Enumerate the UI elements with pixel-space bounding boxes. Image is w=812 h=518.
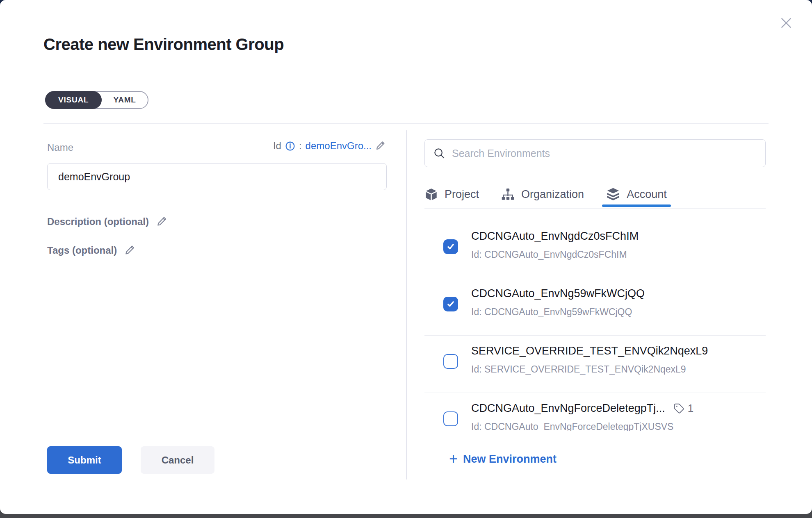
new-environment-label: New Environment [463, 453, 557, 466]
name-input[interactable] [47, 163, 387, 190]
tab-organization[interactable]: Organization [501, 188, 584, 201]
tags-label: Tags (optional) [47, 245, 117, 256]
environment-info: CDCNGAuto_EnvNgForceDeletegpTj... 1 Id: … [471, 402, 693, 431]
info-icon[interactable] [285, 141, 295, 151]
cancel-button[interactable]: Cancel [141, 446, 214, 474]
entity-id-row: Id : demoEnvGro... [47, 140, 387, 152]
environment-info: CDCNGAuto_EnvNg59wFkWCjQQ Id: CDCNGAuto_… [471, 287, 645, 318]
environment-id: Id: CDCNGAuto_EnvNg59wFkWCjQQ [471, 307, 645, 318]
environment-row[interactable]: CDCNGAuto_EnvNgForceDeletegpTj... 1 Id: … [424, 393, 766, 431]
environment-checkbox[interactable] [443, 239, 458, 254]
toggle-yaml[interactable]: YAML [102, 92, 147, 108]
id-separator: : [299, 140, 302, 152]
environment-checkbox[interactable] [443, 354, 458, 369]
tab-label: Account [627, 188, 667, 201]
environment-info: SERVICE_OVERRIDE_TEST_ENVQik2NqexL9 Id: … [471, 345, 708, 375]
cube-icon [424, 188, 438, 201]
id-label: Id [273, 140, 281, 152]
description-row: Description (optional) [47, 216, 169, 228]
tags-row: Tags (optional) [47, 244, 137, 257]
search-environments-box [424, 139, 766, 167]
header-divider [43, 123, 769, 124]
environment-row[interactable]: CDCNGAuto_EnvNg59wFkWCjQQ Id: CDCNGAuto_… [424, 278, 766, 336]
tab-label: Project [445, 188, 479, 201]
environment-id: Id: CDCNGAuto_EnvNgdCz0sFChIM [471, 249, 639, 260]
environment-checkbox[interactable] [443, 411, 458, 426]
layers-icon [606, 187, 620, 201]
tag-icon [673, 403, 684, 414]
environment-row[interactable]: CDCNGAuto_EnvNgdCz0sFChIM Id: CDCNGAuto_… [424, 221, 766, 278]
tab-account[interactable]: Account [606, 187, 667, 201]
environment-id: Id: CDCNGAuto_EnvNgForceDeletegpTjXUSVS [471, 421, 693, 431]
search-icon [433, 147, 445, 159]
environment-row[interactable]: SERVICE_OVERRIDE_TEST_ENVQik2NqexL9 Id: … [424, 336, 766, 393]
environment-checkbox[interactable] [443, 297, 458, 311]
tag-badge: 1 [673, 402, 693, 415]
toggle-visual[interactable]: VISUAL [45, 91, 102, 109]
environment-id: Id: SERVICE_OVERRIDE_TEST_ENVQik2NqexL9 [471, 364, 708, 375]
edit-description-pencil-icon[interactable] [156, 216, 169, 228]
screen-backdrop: Create new Environment Group VISUAL YAML… [0, 0, 812, 518]
plus-icon: + [449, 452, 458, 466]
environment-info: CDCNGAuto_EnvNgdCz0sFChIM Id: CDCNGAuto_… [471, 230, 639, 260]
org-tree-icon [501, 188, 515, 201]
visual-yaml-toggle: VISUAL YAML [45, 91, 148, 109]
edit-tags-pencil-icon[interactable] [124, 244, 137, 257]
description-label: Description (optional) [47, 216, 149, 227]
tab-project[interactable]: Project [424, 188, 479, 201]
create-env-group-modal: Create new Environment Group VISUAL YAML… [0, 0, 812, 514]
environment-name: SERVICE_OVERRIDE_TEST_ENVQik2NqexL9 [471, 345, 708, 357]
environment-name: CDCNGAuto_EnvNgForceDeletegpTj... [471, 402, 665, 415]
search-environments-input[interactable] [452, 148, 757, 159]
modal-title: Create new Environment Group [43, 35, 284, 54]
tab-label: Organization [521, 188, 584, 201]
close-icon[interactable] [778, 15, 795, 32]
submit-button[interactable]: Submit [47, 446, 122, 474]
environment-name: CDCNGAuto_EnvNg59wFkWCjQQ [471, 287, 645, 300]
new-environment-button[interactable]: + New Environment [449, 452, 557, 466]
tag-count: 1 [688, 402, 693, 415]
environment-list: CDCNGAuto_EnvNgdCz0sFChIM Id: CDCNGAuto_… [424, 209, 766, 431]
edit-id-pencil-icon[interactable] [375, 140, 387, 152]
entity-id-value[interactable]: demoEnvGro... [306, 140, 372, 152]
environment-name: CDCNGAuto_EnvNgdCz0sFChIM [471, 230, 639, 243]
scope-tabs: Project Organization Account [424, 181, 766, 207]
vertical-divider [406, 130, 407, 479]
